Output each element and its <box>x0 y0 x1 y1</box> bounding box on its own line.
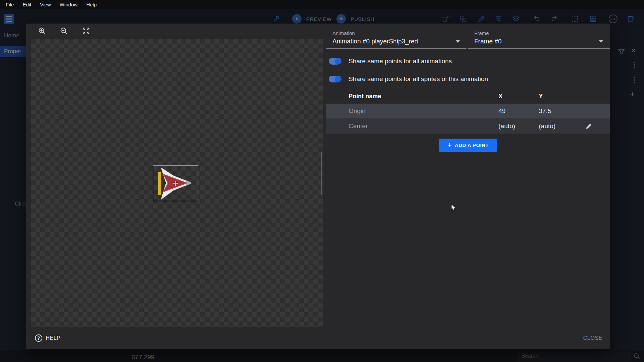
frame-select-value: Frame #0 <box>474 38 501 45</box>
menu-help[interactable]: Help <box>82 0 101 9</box>
column-point-name: Point name <box>349 93 498 100</box>
share-sprites-row: Share same points for all sprites of thi… <box>329 72 488 86</box>
add-point-button[interactable]: + ADD A POINT <box>439 139 497 152</box>
close-button[interactable]: CLOSE <box>583 335 602 341</box>
points-side-panel: Animation Animation #0 playerShip3_red F… <box>326 24 610 327</box>
point-x-value: 49 <box>498 107 539 115</box>
animation-select-value: Animation #0 playerShip3_red <box>332 38 418 45</box>
point-y-value: 37.5 <box>539 107 579 115</box>
help-icon: ? <box>35 334 42 342</box>
menu-view[interactable]: View <box>36 0 55 9</box>
menu-edit[interactable]: Edit <box>18 0 36 9</box>
animation-select-label: Animation <box>332 30 355 36</box>
menu-bar: File Edit View Window Help <box>0 0 644 9</box>
canvas-toolbar <box>26 24 323 39</box>
frame-select-label: Frame <box>474 30 489 36</box>
chevron-down-icon <box>599 40 603 43</box>
column-x: X <box>498 93 539 100</box>
point-name: Origin <box>349 107 498 115</box>
points-table-header: Point name X Y <box>326 89 610 103</box>
add-point-label: ADD A POINT <box>455 142 489 148</box>
dialog-footer: ? HELP CLOSE <box>26 327 610 349</box>
canvas-scrollbar[interactable] <box>321 152 322 195</box>
animation-select[interactable]: Animation Animation #0 playerShip3_red <box>326 24 467 49</box>
point-x-value: (auto) <box>498 122 539 130</box>
menu-file[interactable]: File <box>1 0 18 9</box>
points-editor-dialog: Animation Animation #0 playerShip3_red F… <box>26 24 610 349</box>
frame-select[interactable]: Frame Frame #0 <box>468 24 610 49</box>
menu-window[interactable]: Window <box>55 0 82 9</box>
zoom-out-icon[interactable] <box>59 27 68 35</box>
origin-point-marker[interactable] <box>173 181 178 186</box>
share-all-sprites-label: Share same points for all sprites of thi… <box>349 75 488 83</box>
point-row-origin[interactable]: Origin 49 37.5 <box>326 104 610 118</box>
chevron-down-icon <box>456 40 460 43</box>
help-label: HELP <box>46 335 61 341</box>
share-all-animations-label: Share same points for all animations <box>349 58 452 65</box>
sprite-frame[interactable] <box>153 165 198 201</box>
point-name: Center <box>349 122 498 130</box>
fit-content-icon[interactable] <box>82 27 90 35</box>
zoom-in-icon[interactable] <box>38 27 46 35</box>
points-preview-canvas[interactable] <box>31 39 323 327</box>
help-button[interactable]: ? HELP <box>35 334 61 342</box>
edit-point-icon[interactable] <box>585 122 593 131</box>
screen: File Edit View Window Help PREVIEW PUBLI… <box>0 0 644 362</box>
share-all-animations-toggle[interactable] <box>329 58 341 65</box>
add-icon: + <box>447 142 452 149</box>
point-y-value: (auto) <box>539 122 579 130</box>
share-all-sprites-toggle[interactable] <box>329 76 341 82</box>
column-y: Y <box>539 93 579 100</box>
point-row-center[interactable]: Center (auto) (auto) <box>326 118 610 134</box>
share-animations-row: Share same points for all animations <box>329 54 452 69</box>
mouse-cursor <box>451 204 456 212</box>
